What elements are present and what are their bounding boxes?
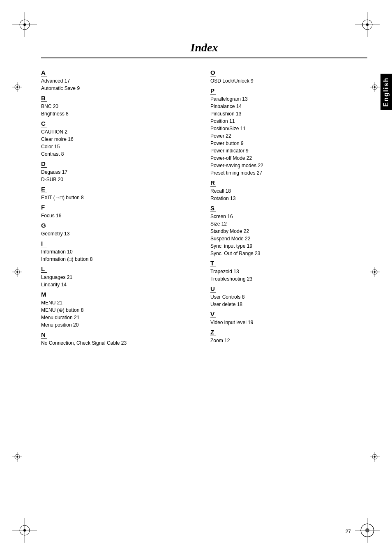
reg-mark-right-top: [370, 82, 380, 93]
section-B: B BNC 20 Brightness 8: [41, 92, 198, 117]
section-S: S Screen 16 Size 12 Standby Mode 22 Susp…: [210, 202, 367, 257]
entry-information: Information 10: [41, 248, 198, 256]
entry-sync-out-of-range: Sync. Out of Range 23: [210, 250, 367, 257]
entry-standby-mode: Standby Mode 22: [210, 228, 367, 235]
entry-menu-button: MENU (⊕) button 8: [41, 306, 198, 314]
entry-power-off-mode: Power-off Mode 22: [210, 154, 367, 162]
entry-no-connection: No Connection, Check Signal Cable 23: [41, 339, 198, 347]
entry-position-size: Position/Size 11: [210, 125, 367, 132]
section-G: G Geometry 13: [41, 219, 198, 237]
entry-power-indicator: Power indicator 9: [210, 147, 367, 154]
section-letter-L: L: [41, 265, 47, 273]
section-letter-C: C: [41, 120, 47, 127]
section-letter-I: I: [41, 240, 47, 247]
entry-menu-duration: Menu duration 21: [41, 314, 198, 321]
index-columns: A Advanced 17 Automatic Save 9 B BNC 20 …: [41, 67, 367, 347]
section-V: V Video input level 19: [210, 308, 367, 326]
entry-trapezoid: Trapezoid 13: [210, 268, 367, 275]
section-T: T Trapezoid 13 Troubleshooting 23: [210, 257, 367, 283]
entry-zoom: Zoom 12: [210, 337, 367, 344]
section-M: M MENU 21 MENU (⊕) button 8 Menu duratio…: [41, 288, 198, 329]
section-C: C CAUTION 2 Clear moire 16 Color 15 Cont…: [41, 117, 198, 158]
reg-mark-right-mid: [370, 267, 380, 278]
entry-recall: Recall 18: [210, 187, 367, 195]
svg-point-36: [374, 271, 376, 273]
section-letter-G: G: [41, 222, 47, 229]
reg-mark-right-bot: [370, 452, 380, 463]
section-letter-A: A: [41, 69, 47, 76]
section-Z: Z Zoom 12: [210, 326, 367, 344]
entry-power: Power 22: [210, 132, 367, 140]
section-E: E EXIT (→□) button 8: [41, 183, 198, 201]
main-content: Index A Advanced 17 Automatic Save 9 B B…: [41, 41, 367, 522]
entry-osd-lock: OSD Lock/Unlock 9: [210, 77, 367, 85]
page-title: Index: [41, 41, 367, 54]
corner-mark-tl: [12, 12, 37, 37]
svg-point-15: [365, 528, 369, 532]
section-letter-F: F: [41, 204, 47, 211]
section-I: I Information 10 Information (□) button …: [41, 237, 198, 263]
entry-power-button: Power button 9: [210, 140, 367, 147]
entry-pincushion: Pincushion 13: [210, 110, 367, 117]
reg-mark-left-mid: [12, 267, 22, 278]
section-letter-O: O: [210, 69, 216, 76]
section-R: R Recall 18 Rotation 13: [210, 177, 367, 202]
section-letter-D: D: [41, 160, 47, 168]
entry-size: Size 12: [210, 220, 367, 228]
svg-point-32: [374, 86, 376, 88]
svg-point-20: [16, 86, 18, 88]
section-A: A Advanced 17 Automatic Save 9: [41, 67, 198, 92]
svg-point-28: [16, 456, 18, 458]
svg-point-40: [374, 456, 376, 458]
section-P: P Parallelogram 13 Pinbalance 14 Pincush…: [210, 85, 367, 177]
entry-pinbalance: Pinbalance 14: [210, 103, 367, 110]
entry-power-saving-modes: Power-saving modes 22: [210, 162, 367, 169]
entry-sync-input-type: Sync. input type 19: [210, 242, 367, 250]
right-column: O OSD Lock/Unlock 9 P Parallelogram 13 P…: [210, 67, 367, 347]
reg-mark-left-top: [12, 82, 22, 93]
svg-point-11: [23, 529, 26, 532]
entry-bnc: BNC 20: [41, 103, 198, 110]
entry-linearity: Linearity 14: [41, 281, 198, 288]
corner-mark-tr: [355, 12, 380, 37]
section-F: F Focus 16: [41, 201, 198, 219]
entry-screen: Screen 16: [210, 213, 367, 220]
section-letter-P: P: [210, 87, 216, 94]
section-N: N No Connection, Check Signal Cable 23: [41, 329, 198, 347]
left-column: A Advanced 17 Automatic Save 9 B BNC 20 …: [41, 67, 198, 347]
entry-advanced: Advanced 17: [41, 77, 198, 85]
entry-focus: Focus 16: [41, 212, 198, 219]
entry-troubleshooting: Troubleshooting 23: [210, 275, 367, 283]
entry-dsub: D-SUB 20: [41, 176, 198, 183]
page-number: 27: [346, 529, 351, 534]
entry-color: Color 15: [41, 143, 198, 150]
entry-user-delete: User delete 18: [210, 301, 367, 308]
section-letter-E: E: [41, 186, 47, 193]
entry-rotation: Rotation 13: [210, 195, 367, 202]
svg-point-24: [16, 271, 18, 273]
entry-menu: MENU 21: [41, 299, 198, 306]
entry-information-button: Information (□) button 8: [41, 256, 198, 263]
entry-user-controls: User Controls 8: [210, 293, 367, 301]
entry-geometry: Geometry 13: [41, 230, 198, 237]
entry-degauss: Degauss 17: [41, 168, 198, 176]
entry-exit-button: EXIT (→□) button 8: [41, 194, 198, 201]
section-letter-N: N: [41, 331, 47, 339]
section-D: D Degauss 17 D-SUB 20: [41, 158, 198, 183]
entry-video-input-level: Video input level 19: [210, 319, 367, 326]
section-letter-R: R: [210, 179, 216, 187]
reg-mark-left-bot: [12, 452, 22, 463]
corner-mark-bl: [12, 518, 37, 543]
svg-point-7: [366, 23, 369, 26]
entry-languages: Languages 21: [41, 274, 198, 281]
section-O: O OSD Lock/Unlock 9: [210, 67, 367, 85]
section-letter-V: V: [210, 311, 216, 318]
entry-parallelogram: Parallelogram 13: [210, 95, 367, 103]
section-letter-Z: Z: [210, 329, 216, 336]
entry-menu-position: Menu position 20: [41, 321, 198, 329]
section-letter-T: T: [210, 260, 216, 267]
entry-caution: CAUTION 2: [41, 128, 198, 136]
entry-clear-moire: Clear moire 16: [41, 136, 198, 143]
entry-brightness: Brightness 8: [41, 110, 198, 117]
svg-point-3: [23, 23, 26, 26]
